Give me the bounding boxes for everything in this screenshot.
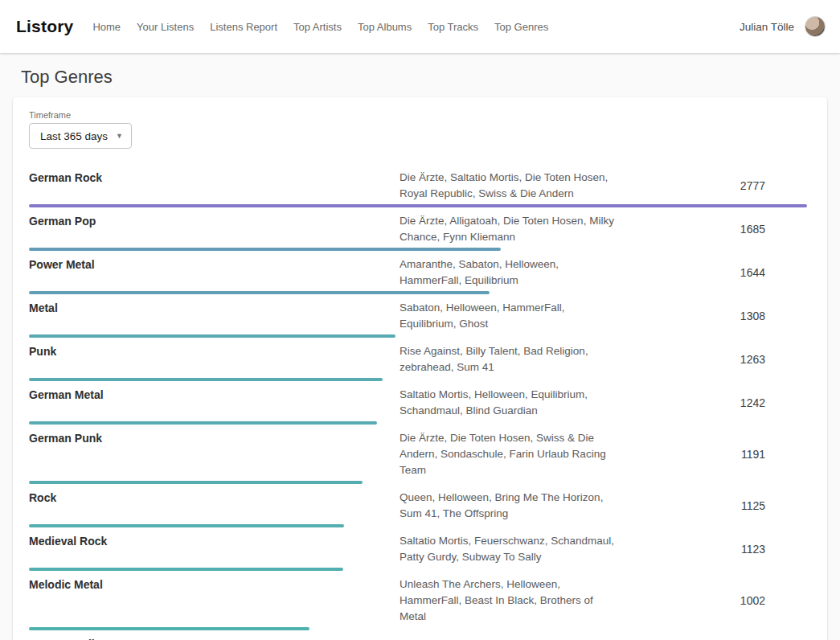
genre-bar xyxy=(29,248,501,251)
genre-artists: Queen, Helloween, Bring Me The Horizon, … xyxy=(400,490,615,522)
genre-count: 1308 xyxy=(615,310,807,322)
genre-artists: Die Ärzte, Saltatio Mortis, Die Toten Ho… xyxy=(400,170,615,202)
nav-item-your-listens[interactable]: Your Listens xyxy=(137,21,194,33)
genre-count: 1191 xyxy=(615,448,807,461)
genre-artists: Die Ärzte, Alligatoah, Die Toten Hosen, … xyxy=(400,213,615,245)
genre-bar xyxy=(29,627,309,630)
nav-item-top-genres[interactable]: Top Genres xyxy=(494,21,548,33)
app-header: Listory Home Your Listens Listens Report… xyxy=(0,0,840,53)
genre-row: German Pop Die Ärzte, Alligatoah, Die To… xyxy=(29,213,807,251)
genre-name: German Indie xyxy=(29,636,400,640)
genre-artists: Sabaton, Helloween, HammerFall, Equilibr… xyxy=(400,300,615,332)
genre-artists: Saltatio Mortis, Feuerschwanz, Schandmau… xyxy=(400,533,615,565)
main-nav: Home Your Listens Listens Report Top Art… xyxy=(92,21,548,33)
genre-bar xyxy=(29,421,377,425)
nav-item-top-tracks[interactable]: Top Tracks xyxy=(428,21,478,33)
genre-artists: Amaranthe, Sabaton, Helloween, HammerFal… xyxy=(400,256,615,289)
genre-count: 1685 xyxy=(615,223,807,236)
genre-bar xyxy=(29,568,343,571)
genre-row: German Punk Die Ärzte, Die Toten Hosen, … xyxy=(29,430,807,484)
genre-name: Melodic Metal xyxy=(29,576,400,625)
genre-row: German Indie Bukahara, Käptn Peng, KYTES… xyxy=(29,636,807,640)
genre-count: 1125 xyxy=(615,499,807,512)
genre-count: 1263 xyxy=(615,353,807,366)
genre-row: Rock Queen, Helloween, Bring Me The Hori… xyxy=(29,490,807,527)
user-name: Julian Tölle xyxy=(740,21,794,33)
nav-item-listens-report[interactable]: Listens Report xyxy=(210,21,277,33)
genre-name: Medieval Rock xyxy=(29,533,400,565)
genre-bar xyxy=(29,334,395,338)
genre-count: 1002 xyxy=(615,594,807,607)
user-menu[interactable]: Julian Tölle xyxy=(740,16,826,37)
genre-name: German Metal xyxy=(29,387,400,419)
genre-bar xyxy=(29,204,807,207)
genre-name: German Pop xyxy=(29,213,400,245)
main-content: Top Genres Timeframe Last 365 days ▼ Ger… xyxy=(0,66,840,640)
genre-row: Medieval Rock Saltatio Mortis, Feuerschw… xyxy=(29,533,807,571)
genre-row: Melodic Metal Unleash The Archers, Hello… xyxy=(29,576,807,630)
genre-count: 1644 xyxy=(615,266,807,279)
timeframe-value: Last 365 days xyxy=(40,130,108,142)
genre-artists: Rise Against, Billy Talent, Bad Religion… xyxy=(400,343,615,375)
genre-artists: Bukahara, Käptn Peng, KYTES, Von Wegen L… xyxy=(400,636,615,640)
genre-row: Metal Sabaton, Helloween, HammerFall, Eq… xyxy=(29,300,807,338)
genre-name: Rock xyxy=(29,490,400,522)
genre-row: Power Metal Amaranthe, Sabaton, Hellowee… xyxy=(29,256,807,294)
genre-artists: Unleash The Archers, Helloween, HammerFa… xyxy=(400,576,615,625)
genre-row: German Rock Die Ärzte, Saltatio Mortis, … xyxy=(29,170,807,207)
app-logo[interactable]: Listory xyxy=(16,17,73,36)
genre-name: German Rock xyxy=(29,170,400,202)
genre-count: 1242 xyxy=(615,396,807,409)
genre-artists: Saltatio Mortis, Helloween, Equilibrium,… xyxy=(400,387,615,419)
genre-name: Metal xyxy=(29,300,400,332)
genre-row: Punk Rise Against, Billy Talent, Bad Rel… xyxy=(29,343,807,381)
nav-item-home[interactable]: Home xyxy=(92,21,121,33)
genre-name: Power Metal xyxy=(29,256,400,289)
timeframe-label: Timeframe xyxy=(29,110,807,120)
genre-count: 1123 xyxy=(615,543,807,556)
top-genres-card: Timeframe Last 365 days ▼ German Rock Di… xyxy=(13,97,827,640)
genre-name: German Punk xyxy=(29,430,400,478)
chevron-down-icon: ▼ xyxy=(116,133,123,140)
nav-item-top-albums[interactable]: Top Albums xyxy=(358,21,412,33)
genre-bar xyxy=(29,291,490,294)
genre-bar xyxy=(29,524,344,527)
genre-list: German Rock Die Ärzte, Saltatio Mortis, … xyxy=(29,170,807,640)
genre-count: 2777 xyxy=(615,179,807,192)
timeframe-select[interactable]: Last 365 days ▼ xyxy=(29,123,132,149)
genre-name: Punk xyxy=(29,343,400,375)
genre-artists: Die Ärzte, Die Toten Hosen, Swiss & Die … xyxy=(400,430,615,478)
genre-row: German Metal Saltatio Mortis, Helloween,… xyxy=(29,387,807,425)
user-avatar-icon[interactable] xyxy=(805,16,826,37)
genre-bar xyxy=(29,378,383,381)
genre-bar xyxy=(29,481,363,484)
nav-item-top-artists[interactable]: Top Artists xyxy=(293,21,342,33)
page-title: Top Genres xyxy=(21,66,840,88)
